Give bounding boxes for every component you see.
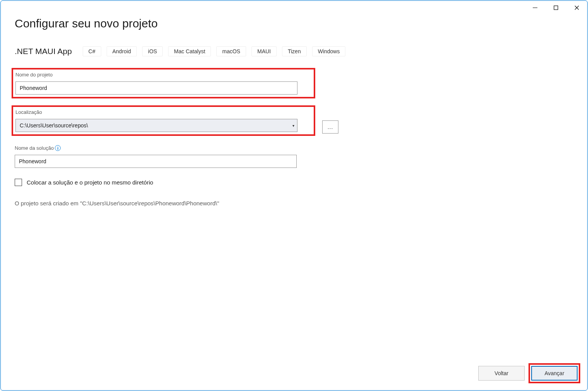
window-controls <box>525 1 587 15</box>
tag: iOS <box>142 46 163 56</box>
same-directory-label: Colocar a solução e o projeto no mesmo d… <box>27 179 153 186</box>
project-path-text: O projeto será criado em "C:\Users\User\… <box>15 200 573 207</box>
info-icon[interactable]: i <box>55 145 61 151</box>
project-name-label: Nome do projeto <box>15 72 311 78</box>
location-label: Localização <box>15 109 311 115</box>
template-info-row: .NET MAUI App C# Android iOS Mac Catalys… <box>15 46 573 56</box>
maximize-button[interactable] <box>546 1 566 15</box>
location-input[interactable] <box>15 119 297 132</box>
template-name: .NET MAUI App <box>15 47 72 56</box>
tag: Mac Catalyst <box>168 46 211 56</box>
tag: macOS <box>216 46 246 56</box>
dialog-content: Configurar seu novo projeto .NET MAUI Ap… <box>1 1 587 207</box>
highlight-box: Nome do projeto <box>12 68 315 98</box>
page-title: Configurar seu novo projeto <box>15 17 573 30</box>
back-button[interactable]: Voltar <box>478 366 525 381</box>
svg-rect-1 <box>554 6 558 10</box>
close-button[interactable] <box>566 1 587 15</box>
tag: MAUI <box>252 46 277 56</box>
location-combo-wrapper: ▾ <box>15 119 297 132</box>
location-group: Localização ▾ ... <box>15 105 573 136</box>
tag: Tizen <box>282 46 307 56</box>
solution-name-input[interactable] <box>15 155 297 168</box>
next-button[interactable]: Avançar <box>531 366 578 381</box>
solution-name-group: Nome da solução i <box>15 145 573 168</box>
solution-name-label-text: Nome da solução <box>15 145 54 151</box>
minimize-button[interactable] <box>525 1 546 15</box>
dialog-window: Configurar seu novo projeto .NET MAUI Ap… <box>0 0 588 391</box>
project-name-input[interactable] <box>15 81 297 95</box>
same-directory-row: Colocar a solução e o projeto no mesmo d… <box>15 179 573 186</box>
highlight-box: Localização ▾ <box>12 105 315 136</box>
project-name-group: Nome do projeto <box>15 68 573 98</box>
dialog-footer: Voltar Avançar <box>478 363 580 383</box>
tag-list: C# Android iOS Mac Catalyst macOS MAUI T… <box>83 46 346 56</box>
same-directory-checkbox[interactable] <box>15 179 22 186</box>
tag: Windows <box>312 46 346 56</box>
tag: Android <box>107 46 137 56</box>
solution-name-label: Nome da solução i <box>15 145 573 151</box>
browse-button[interactable]: ... <box>322 120 338 134</box>
tag: C# <box>83 46 101 56</box>
highlight-box: Avançar <box>529 363 580 383</box>
